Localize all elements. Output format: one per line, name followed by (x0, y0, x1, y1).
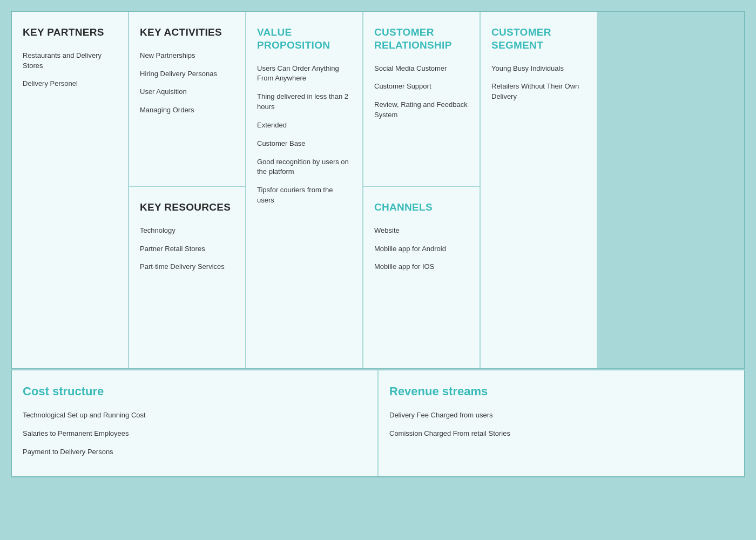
customer-relationship-item-2: Customer Support (374, 82, 469, 92)
key-activities-header: KEY ACTIVITIES (140, 26, 234, 39)
value-proposition-cell: VALUE PROPOSITION Users Can Order Anythi… (246, 12, 362, 368)
cost-structure-item-1: Technological Set up and Running Cost (23, 410, 367, 421)
cost-structure-header: Cost structure (23, 384, 367, 399)
value-proposition-item-6: Tipsfor couriers from the users (257, 185, 352, 206)
key-partners-cell: KEY PARTNERS Restaurants and Delivery St… (12, 12, 128, 368)
customer-segment-cell: CUSTOMER SEGMENT Young Busy Individuals … (481, 12, 597, 368)
customer-relationship-item-3: Review, Rating and Feedback System (374, 100, 469, 120)
value-proposition-item-1: Users Can Order Anything From Anywhere (257, 64, 352, 84)
cost-structure-cell: Cost structure Technological Set up and … (12, 370, 377, 476)
key-partners-header: KEY PARTNERS (23, 26, 117, 39)
customer-segment-item-1: Young Busy Individuals (491, 64, 586, 74)
channels-item-3: Mobille app for IOS (374, 262, 469, 272)
key-resources-item-1: Technology (140, 226, 234, 236)
value-proposition-item-3: Extended (257, 120, 352, 131)
channels-item-1: Website (374, 226, 469, 236)
customer-relationship-header: CUSTOMER RELATIONSHIP (374, 26, 469, 52)
cost-structure-item-3: Payment to Delivery Persons (23, 447, 367, 457)
channels-cell: CHANNELS Website Mobille app for Android… (363, 187, 480, 368)
key-activities-item-2: Hiring Delivery Personas (140, 69, 234, 79)
key-activities-item-1: New Partnerships (140, 51, 234, 61)
cost-structure-item-2: Salaries to Permanent Employees (23, 429, 367, 439)
revenue-streams-item-2: Comission Charged From retail Stories (389, 429, 733, 439)
revenue-streams-header: Revenue streams (389, 384, 733, 399)
key-partners-item-2: Delivery Personel (23, 79, 117, 89)
customer-relationship-item-1: Social Media Customer (374, 64, 469, 74)
channels-header: CHANNELS (374, 201, 469, 214)
key-activities-cell: KEY ACTIVITIES New Partnerships Hiring D… (129, 12, 245, 186)
key-resources-header: KEY RESOURCES (140, 201, 234, 214)
customer-segment-item-2: Retailers Without Their Own Delivery (491, 82, 586, 102)
key-activities-item-3: User Aquisition (140, 87, 234, 97)
value-proposition-header: VALUE PROPOSITION (257, 26, 352, 52)
key-resources-item-3: Part-time Delivery Services (140, 262, 234, 272)
key-resources-cell: KEY RESOURCES Technology Partner Retail … (129, 187, 245, 368)
value-proposition-item-5: Good recognition by users on the platfor… (257, 157, 352, 178)
revenue-streams-cell: Revenue streams Delivery Fee Charged fro… (379, 370, 744, 476)
value-proposition-item-2: Thing delivered in less than 2 hours (257, 92, 352, 112)
key-activities-item-4: Managing Orders (140, 105, 234, 116)
revenue-streams-item-1: Delivery Fee Charged from users (389, 410, 733, 421)
channels-item-2: Mobille app for Android (374, 244, 469, 254)
customer-relationship-cell: CUSTOMER RELATIONSHIP Social Media Custo… (363, 12, 480, 186)
key-resources-item-2: Partner Retail Stores (140, 244, 234, 254)
value-proposition-item-4: Customer Base (257, 139, 352, 149)
customer-segment-header: CUSTOMER SEGMENT (491, 26, 586, 52)
key-partners-item-1: Restaurants and Delivery Stores (23, 51, 117, 71)
